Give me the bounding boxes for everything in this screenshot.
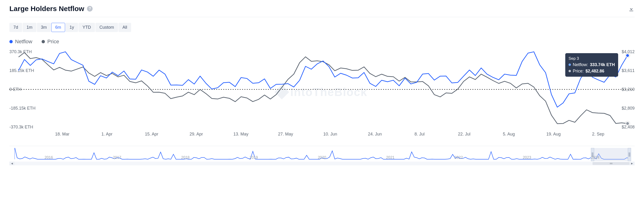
x-tick: 5. Aug: [503, 132, 515, 137]
x-tick: 22. Jul: [458, 132, 470, 137]
scroll-thumb[interactable]: [592, 162, 630, 165]
x-tick: 29. Apr: [190, 132, 203, 137]
range-custom[interactable]: Custom: [96, 23, 118, 32]
plot-area[interactable]: Sep 3 Netflow: 333.74k ETH Price: $2,482…: [10, 52, 634, 127]
x-axis: 18. Mar1. Apr15. Apr29. Apr13. May27. Ma…: [10, 129, 634, 141]
navigator-handle-right[interactable]: [628, 148, 631, 161]
legend-item-netflow[interactable]: Netflow: [10, 39, 32, 45]
dot-icon: [10, 40, 13, 43]
x-tick: 8. Jul: [414, 132, 424, 137]
range-6m[interactable]: 6m: [51, 23, 65, 32]
x-tick: 19. Aug: [546, 132, 560, 137]
range-selector: 7d1m3m6m1yYTDCustomAll: [10, 23, 634, 32]
x-tick: 15. Apr: [145, 132, 158, 137]
x-tick: 1. Apr: [101, 132, 112, 137]
endpoint-netflow: [626, 53, 630, 58]
scroll-track[interactable]: [14, 162, 630, 165]
chart-navigator[interactable]: 201620172018201920202021202220232024 ◄ ►: [10, 146, 634, 165]
range-1y[interactable]: 1y: [66, 23, 78, 32]
legend-label: Netflow: [15, 39, 32, 45]
x-tick: 10. Jun: [323, 132, 337, 137]
navigator-year: 2019: [250, 155, 258, 160]
legend-label: Price: [47, 39, 59, 45]
x-tick: 13. May: [234, 132, 248, 137]
navigator-year: 2024: [591, 155, 600, 160]
x-tick: 2. Sep: [592, 132, 604, 137]
dot-icon: [42, 40, 45, 43]
navigator-year: 2017: [113, 155, 121, 160]
navigator-year: 2021: [386, 155, 395, 160]
range-7d[interactable]: 7d: [10, 23, 22, 32]
x-tick: 24. Jun: [368, 132, 382, 137]
range-all[interactable]: All: [118, 23, 131, 32]
help-icon[interactable]: ?: [87, 6, 92, 12]
range-3m[interactable]: 3m: [37, 23, 51, 32]
range-1m[interactable]: 1m: [22, 23, 36, 32]
navigator-year: 2018: [181, 155, 190, 160]
navigator-year: 2023: [523, 155, 531, 160]
scroll-right-icon[interactable]: ►: [630, 162, 634, 165]
chart-legend: Netflow Price: [10, 39, 634, 45]
navigator-year: 2020: [318, 155, 326, 160]
endpoint-price: [626, 121, 630, 126]
navigator-year: 2022: [454, 155, 463, 160]
x-tick: 27. May: [278, 132, 293, 137]
download-icon[interactable]: [628, 6, 634, 12]
page-title: Large Holders Netflow: [10, 5, 84, 13]
range-ytd[interactable]: YTD: [78, 23, 95, 32]
navigator-year: 2016: [45, 155, 53, 160]
legend-item-price[interactable]: Price: [42, 39, 59, 45]
main-chart[interactable]: IntoTheBlock 370.3k ETH185.15k ETH0 ETH-…: [10, 52, 634, 141]
x-tick: 18. Mar: [55, 132, 69, 137]
scroll-left-icon[interactable]: ◄: [10, 162, 14, 165]
